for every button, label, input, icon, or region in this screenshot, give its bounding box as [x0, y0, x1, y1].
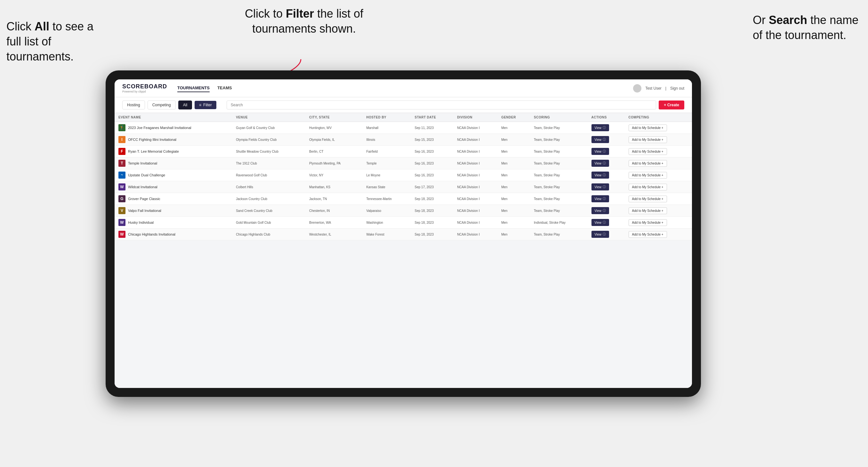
event-name-text: Chicago Highlands Invitational: [128, 232, 176, 236]
cell-venue: Colbert Hills: [232, 181, 305, 193]
view-button[interactable]: View ⓘ: [591, 172, 610, 179]
tab-competing[interactable]: Competing: [148, 100, 176, 110]
cell-hosted-by: Fairfield: [362, 146, 411, 157]
cell-division: NCAA Division I: [453, 157, 497, 169]
cell-venue: The 1912 Club: [232, 157, 305, 169]
cell-venue: Jackson Country Club: [232, 193, 305, 205]
cell-city-state: Huntington, WV: [305, 122, 362, 134]
table-row: F Ryan T. Lee Memorial Collegiate Shuttl…: [115, 146, 692, 157]
add-to-schedule-button[interactable]: Add to My Schedule +: [629, 172, 667, 179]
cell-division: NCAA Division I: [453, 228, 497, 240]
tab-hosting[interactable]: Hosting: [122, 100, 145, 110]
info-icon: ⓘ: [603, 173, 606, 177]
view-button[interactable]: View ⓘ: [591, 136, 610, 143]
add-to-schedule-button[interactable]: Add to My Schedule +: [629, 148, 667, 155]
col-start-date: START DATE: [411, 113, 454, 122]
table-row: W Chicago Highlands Invitational Chicago…: [115, 228, 692, 240]
cell-competing: Add to My Schedule +: [625, 217, 692, 228]
view-button[interactable]: View ⓘ: [591, 195, 610, 202]
cell-start-date: Sep 18, 2023: [411, 193, 454, 205]
logo-text: SCOREBOARD: [122, 83, 167, 90]
cell-competing: Add to My Schedule +: [625, 169, 692, 181]
tab-all[interactable]: All: [178, 100, 192, 110]
cell-gender: Men: [497, 146, 530, 157]
add-to-schedule-button[interactable]: Add to My Schedule +: [629, 160, 667, 167]
add-to-schedule-button[interactable]: Add to My Schedule +: [629, 195, 667, 202]
col-actions: ACTIONS: [588, 113, 625, 122]
cell-start-date: Sep 16, 2023: [411, 169, 454, 181]
cell-hosted-by: Illinois: [362, 134, 411, 146]
annotation-all-text: Click All to see a full list of tourname…: [6, 19, 96, 64]
add-to-schedule-button[interactable]: Add to My Schedule +: [629, 136, 667, 143]
cell-competing: Add to My Schedule +: [625, 134, 692, 146]
cell-city-state: Westchester, IL: [305, 228, 362, 240]
user-label: Test User: [645, 86, 661, 91]
logo-area: SCOREBOARD Powered by clippd: [122, 83, 167, 93]
view-button[interactable]: View ⓘ: [591, 148, 610, 155]
event-icon: W: [118, 231, 125, 238]
view-button[interactable]: View ⓘ: [591, 231, 610, 238]
cell-scoring: Team, Stroke Play: [530, 157, 587, 169]
view-button[interactable]: View ⓘ: [591, 207, 610, 214]
event-name-text: Upstate Dual Challenge: [128, 173, 165, 177]
table-row: G Grover Page Classic Jackson Country Cl…: [115, 193, 692, 205]
cell-event-name: V Valpo Fall Invitational: [115, 205, 232, 217]
event-icon: F: [118, 148, 125, 155]
tablet-screen: SCOREBOARD Powered by clippd TOURNAMENTS…: [115, 80, 692, 388]
annotation-search-text: Or Search the name of the tournament.: [753, 13, 862, 43]
info-icon: ⓘ: [603, 208, 606, 213]
event-icon: I: [118, 136, 125, 143]
search-input[interactable]: [226, 100, 656, 110]
event-icon: G: [118, 195, 125, 202]
cell-competing: Add to My Schedule +: [625, 193, 692, 205]
col-competing: COMPETING: [625, 113, 692, 122]
cell-start-date: Sep 18, 2023: [411, 205, 454, 217]
cell-competing: Add to My Schedule +: [625, 205, 692, 217]
event-name-text: Ryan T. Lee Memorial Collegiate: [128, 150, 179, 153]
view-button[interactable]: View ⓘ: [591, 219, 610, 226]
filter-button[interactable]: ≡ Filter: [195, 101, 216, 109]
event-icon: W: [118, 183, 125, 190]
info-icon: ⓘ: [603, 220, 606, 225]
col-venue: VENUE: [232, 113, 305, 122]
cell-division: NCAA Division I: [453, 181, 497, 193]
cell-city-state: Bremerton, WA: [305, 217, 362, 228]
view-button[interactable]: View ⓘ: [591, 124, 610, 131]
cell-event-name: W Wildcat Invitational: [115, 181, 232, 193]
cell-start-date: Sep 16, 2023: [411, 146, 454, 157]
create-button[interactable]: + Create: [659, 100, 684, 110]
add-to-schedule-button[interactable]: Add to My Schedule +: [629, 231, 667, 238]
cell-city-state: Chesterton, IN: [305, 205, 362, 217]
cell-actions: View ⓘ: [588, 157, 625, 169]
cell-actions: View ⓘ: [588, 146, 625, 157]
sign-out-link[interactable]: Sign out: [670, 86, 684, 91]
cell-hosted-by: Kansas State: [362, 181, 411, 193]
cell-hosted-by: Valparaiso: [362, 205, 411, 217]
add-to-schedule-button[interactable]: Add to My Schedule +: [629, 184, 667, 190]
nav-tournaments[interactable]: TOURNAMENTS: [177, 84, 210, 92]
cell-gender: Men: [497, 193, 530, 205]
user-avatar: [633, 84, 642, 93]
nav-teams[interactable]: TEAMS: [217, 84, 232, 92]
col-gender: GENDER: [497, 113, 530, 122]
add-to-schedule-button[interactable]: Add to My Schedule +: [629, 125, 667, 131]
info-icon: ⓘ: [603, 137, 606, 142]
cell-division: NCAA Division I: [453, 146, 497, 157]
cell-venue: Guyan Golf & Country Club: [232, 122, 305, 134]
cell-division: NCAA Division I: [453, 217, 497, 228]
view-button[interactable]: View ⓘ: [591, 183, 610, 190]
cell-competing: Add to My Schedule +: [625, 228, 692, 240]
app-header: SCOREBOARD Powered by clippd TOURNAMENTS…: [115, 80, 692, 97]
add-to-schedule-button[interactable]: Add to My Schedule +: [629, 219, 667, 226]
cell-venue: Chicago Highlands Club: [232, 228, 305, 240]
cell-actions: View ⓘ: [588, 217, 625, 228]
add-to-schedule-button[interactable]: Add to My Schedule +: [629, 208, 667, 214]
table-row: T Temple Invitational The 1912 Club Plym…: [115, 157, 692, 169]
cell-gender: Men: [497, 134, 530, 146]
info-icon: ⓘ: [603, 125, 606, 130]
cell-city-state: Olympia Fields, IL: [305, 134, 362, 146]
cell-division: NCAA Division I: [453, 134, 497, 146]
cell-hosted-by: Wake Forest: [362, 228, 411, 240]
cell-event-name: 🏌 2023 Joe Feaganes Marshall Invitationa…: [115, 122, 232, 134]
view-button[interactable]: View ⓘ: [591, 160, 610, 167]
